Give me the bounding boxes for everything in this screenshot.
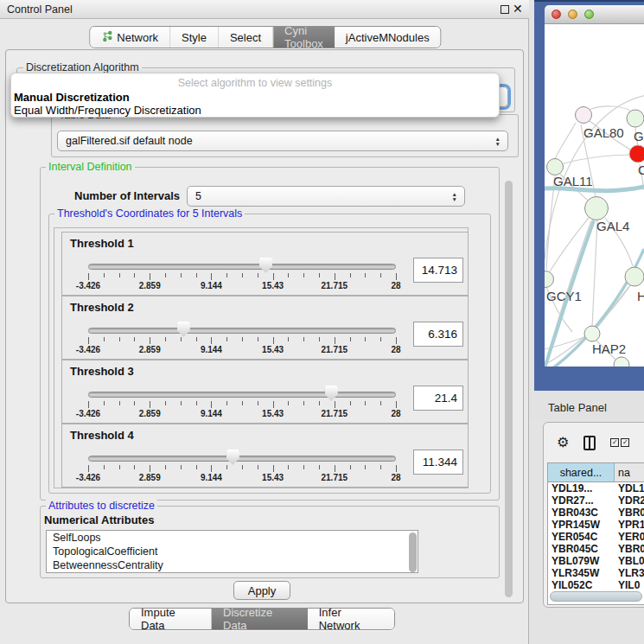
slider-thumb[interactable] xyxy=(226,450,239,465)
table-cell[interactable]: YBL0 xyxy=(615,555,644,567)
table-cell[interactable]: YBR0 xyxy=(615,507,644,519)
checkbox-icon[interactable]: ✓ xyxy=(610,438,619,447)
float-window-icon[interactable] xyxy=(501,5,509,14)
tab-cyni-toolbox[interactable]: Cyni Toolbox xyxy=(273,27,335,48)
gear-icon[interactable]: ⚙ xyxy=(557,436,569,450)
slider-tick-label: 28 xyxy=(391,281,400,290)
slider-thumb[interactable] xyxy=(177,322,190,337)
column-browser-icon[interactable] xyxy=(583,436,596,450)
num-intervals-combo[interactable]: 5 ▲▼ xyxy=(187,186,465,207)
threshold-value-field[interactable] xyxy=(413,450,463,475)
tab-label: Cyni Toolbox xyxy=(284,26,323,48)
svg-text:GA: GA xyxy=(634,129,644,143)
tab-label: Network xyxy=(117,31,158,44)
network-view-window[interactable]: GAL80 GA C GAL11 GAL4 GCY1 H HAP2 xyxy=(534,0,644,391)
table-row[interactable]: YBL079WYBL0 xyxy=(548,555,644,567)
slider-thumb[interactable] xyxy=(325,386,338,401)
column-header[interactable]: na xyxy=(615,463,644,481)
table-cell[interactable]: YIL052C xyxy=(548,579,615,590)
table-cell[interactable]: YBL079W xyxy=(548,555,615,567)
zoom-traffic-light-icon[interactable] xyxy=(584,10,594,19)
table-cell[interactable]: YER0 xyxy=(615,531,644,543)
table-cell[interactable]: YDL1 xyxy=(615,482,644,494)
slider-thumb[interactable] xyxy=(259,258,272,273)
popup-option[interactable]: Manual Discretization xyxy=(14,91,130,104)
node-gal80 xyxy=(576,107,592,124)
table-cell[interactable]: YDR27... xyxy=(548,494,615,507)
threshold-value-field[interactable] xyxy=(413,258,463,283)
table-cell[interactable]: YBR043C xyxy=(548,507,615,519)
tab-label: Impute Data xyxy=(141,608,200,630)
table-row[interactable]: YIL052CYIL0 xyxy=(548,579,644,590)
slider-tick xyxy=(211,465,212,472)
slider-track[interactable] xyxy=(88,264,396,270)
table-row[interactable]: YER054CYER0 xyxy=(548,531,644,543)
table-row[interactable]: YPR145WYPR1 xyxy=(548,519,644,531)
slider-tick xyxy=(196,273,197,277)
table-cell[interactable]: YLR3 xyxy=(615,567,644,579)
table-cell[interactable]: YPR145W xyxy=(548,519,615,531)
table-cell[interactable]: YBR0 xyxy=(615,543,644,555)
slider-track[interactable] xyxy=(88,392,396,398)
tab-impute-data[interactable]: Impute Data xyxy=(130,609,212,629)
network-window-titlebar[interactable] xyxy=(545,5,644,24)
slider-track[interactable] xyxy=(88,456,396,462)
slider-tick xyxy=(319,273,320,277)
network-canvas[interactable]: GAL80 GA C GAL11 GAL4 GCY1 H HAP2 xyxy=(545,24,644,367)
minimize-traffic-light-icon[interactable] xyxy=(568,10,577,19)
table-cell[interactable]: YBR045C xyxy=(548,543,615,555)
close-icon[interactable]: ✕ xyxy=(513,2,523,16)
popup-hint: Select algorithm to view settings xyxy=(11,77,499,89)
table-data-combo[interactable]: galFiltered.sif default node ▲▼ xyxy=(57,131,508,151)
attribute-list-item[interactable]: SelfLoops xyxy=(47,531,418,545)
checkbox-icon[interactable]: ✓ xyxy=(621,438,629,447)
slider-track[interactable] xyxy=(88,328,396,334)
slider-tick xyxy=(226,465,227,469)
table-cell[interactable]: YIL0 xyxy=(615,579,644,590)
table-cell[interactable]: YER054C xyxy=(548,531,615,543)
list-scrollbar[interactable] xyxy=(409,532,417,572)
table-row[interactable]: YLR345WYLR3 xyxy=(548,567,644,579)
slider-tick xyxy=(181,401,182,405)
column-header[interactable]: shared... xyxy=(548,463,615,481)
attribute-list-item[interactable]: TopologicalCoefficient xyxy=(47,545,418,558)
cyni-toolbox-content: Discretization Algorithm ▲▼ Table Data g… xyxy=(5,49,524,603)
tab-network[interactable]: Network xyxy=(90,27,170,48)
tab-style[interactable]: Style xyxy=(170,27,219,48)
slider-tick xyxy=(211,337,212,344)
table-cell[interactable]: YDR2 xyxy=(615,494,644,507)
panel-scrollbar[interactable] xyxy=(505,181,513,597)
table-cell[interactable]: YPR1 xyxy=(615,519,644,531)
threshold-value-field[interactable] xyxy=(413,386,463,411)
slider-tick-label: 28 xyxy=(391,345,400,354)
slider-tick xyxy=(335,401,335,408)
table-row[interactable]: YBR045CYBR0 xyxy=(548,543,644,555)
tab-jactivemnodules[interactable]: jActiveMNodules xyxy=(335,27,441,48)
combo-stepper-icon[interactable]: ▲▼ xyxy=(495,137,501,146)
table-row[interactable]: YDR27...YDR2 xyxy=(548,494,644,507)
table-horizontal-scrollbar[interactable] xyxy=(550,591,642,602)
select-columns-icons[interactable]: ✓ ✓ xyxy=(610,438,629,447)
threshold-row: Threshold 1-3.4262.8599.14415.4321.71528 xyxy=(61,232,469,296)
popup-option[interactable]: Equal Width/Frequency Discretization xyxy=(14,104,201,117)
slider-tick xyxy=(350,401,351,405)
numerical-attributes-list[interactable]: SelfLoopsTopologicalCoefficientBetweenne… xyxy=(46,530,418,573)
slider-tick xyxy=(335,273,335,280)
slider-tick xyxy=(303,465,304,469)
table-row[interactable]: YBR043CYBR0 xyxy=(548,507,644,519)
slider-tick xyxy=(104,401,105,405)
tab-discretize-data[interactable]: Discretize Data xyxy=(212,609,308,629)
attribute-list-item[interactable]: BetweennessCentrality xyxy=(47,558,418,572)
tab-select[interactable]: Select xyxy=(219,27,273,48)
apply-button[interactable]: Apply xyxy=(233,581,290,600)
node-attribute-table[interactable]: shared...na YDL19...YDL1YDR27...YDR2YBR0… xyxy=(547,462,644,605)
slider-tick xyxy=(396,465,397,472)
tab-infer-network[interactable]: Infer Network xyxy=(308,609,394,629)
threshold-value-field[interactable] xyxy=(413,322,463,347)
slider-tick xyxy=(273,273,274,280)
combo-stepper-icon[interactable]: ▲▼ xyxy=(452,192,457,201)
table-cell[interactable]: YLR345W xyxy=(548,567,615,579)
close-traffic-light-icon[interactable] xyxy=(552,10,561,19)
table-cell[interactable]: YDL19... xyxy=(548,482,615,494)
table-row[interactable]: YDL19...YDL1 xyxy=(548,482,644,494)
